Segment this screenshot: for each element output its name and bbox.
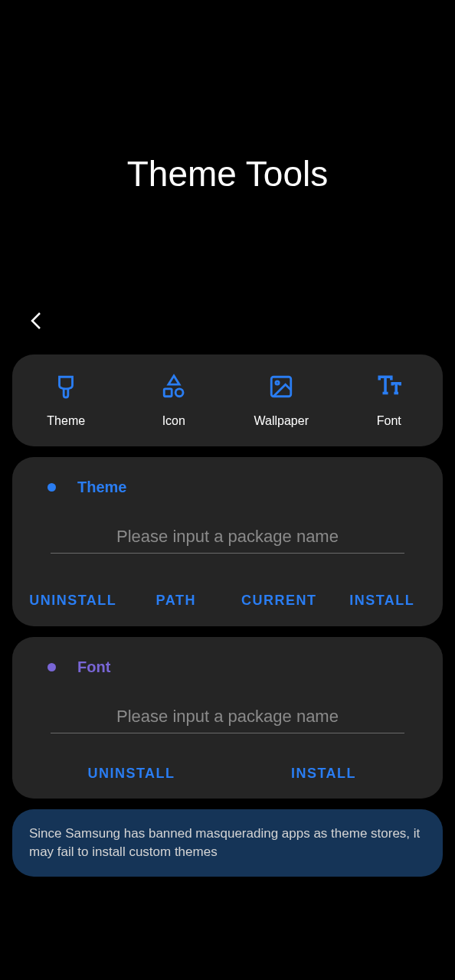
bullet-icon bbox=[47, 483, 56, 492]
info-banner: Since Samsung has banned masquerading ap… bbox=[12, 809, 443, 877]
font-install-button[interactable]: INSTALL bbox=[228, 766, 420, 782]
image-icon bbox=[267, 373, 295, 400]
category-wallpaper[interactable]: Wallpaper bbox=[228, 373, 336, 428]
text-icon bbox=[375, 373, 403, 400]
category-theme[interactable]: Theme bbox=[12, 373, 120, 428]
svg-marker-0 bbox=[169, 376, 179, 384]
back-button[interactable] bbox=[25, 309, 47, 332]
theme-section-card: Theme UNINSTALL PATH CURRENT INSTALL bbox=[12, 457, 443, 626]
category-selector-card: Theme Icon bbox=[12, 354, 443, 446]
theme-uninstall-button[interactable]: UNINSTALL bbox=[27, 592, 119, 609]
svg-point-2 bbox=[175, 389, 183, 397]
category-font[interactable]: Font bbox=[336, 373, 444, 428]
category-label: Theme bbox=[47, 414, 85, 428]
shapes-icon bbox=[160, 373, 188, 400]
theme-path-button[interactable]: PATH bbox=[130, 592, 222, 609]
theme-install-button[interactable]: INSTALL bbox=[336, 592, 428, 609]
font-package-input[interactable] bbox=[51, 701, 404, 733]
bullet-icon bbox=[47, 663, 56, 671]
category-label: Wallpaper bbox=[254, 414, 309, 428]
info-banner-text: Since Samsung has banned masquerading ap… bbox=[29, 826, 420, 859]
svg-rect-1 bbox=[164, 389, 172, 397]
brush-icon bbox=[52, 373, 80, 400]
font-section-title: Font bbox=[77, 658, 110, 676]
font-uninstall-button[interactable]: UNINSTALL bbox=[35, 766, 228, 782]
category-label: Icon bbox=[162, 414, 185, 428]
category-icon[interactable]: Icon bbox=[120, 373, 228, 428]
font-section-card: Font UNINSTALL INSTALL bbox=[12, 637, 443, 799]
svg-point-4 bbox=[276, 381, 279, 384]
theme-section-title: Theme bbox=[77, 479, 126, 496]
chevron-left-icon bbox=[25, 309, 47, 332]
theme-current-button[interactable]: CURRENT bbox=[233, 592, 325, 609]
category-label: Font bbox=[377, 414, 401, 428]
page-title: Theme Tools bbox=[0, 153, 455, 194]
theme-package-input[interactable] bbox=[51, 521, 404, 554]
